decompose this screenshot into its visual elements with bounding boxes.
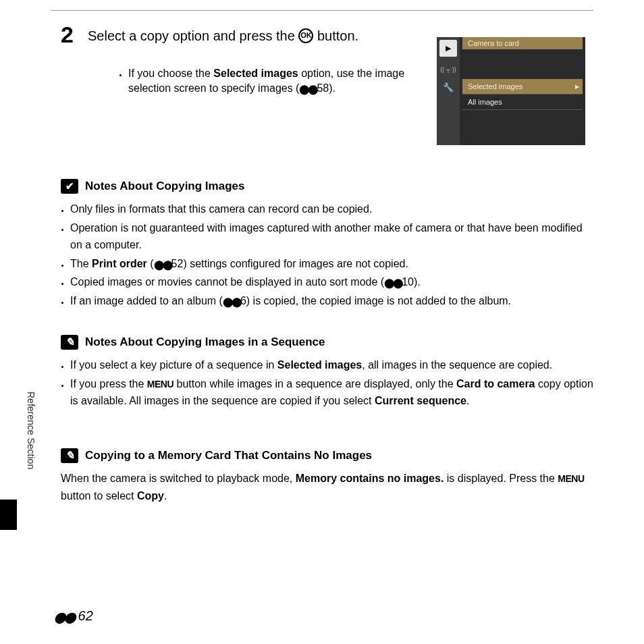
step-bullet-list: If you choose the Selected images option… [101, 66, 439, 97]
note-bullet: If an image added to an album (⬤⬤6) is c… [70, 292, 593, 310]
ref-icon: ⬤⬤ [223, 296, 240, 307]
note-heading: ✎ Notes About Copying Images in a Sequen… [61, 335, 593, 350]
note-heading: ✔ Notes About Copying Images [61, 179, 593, 194]
ok-button-icon: OK [298, 28, 313, 43]
notes-copying-sequence: ✎ Notes About Copying Images in a Sequen… [61, 335, 593, 411]
page-number: ⬤⬤ 62 [54, 608, 93, 624]
ref-icon: ⬤⬤ [154, 259, 171, 270]
note-bullet: Copied images or movies cannot be displa… [70, 273, 593, 291]
note-heading: ✎ Copying to a Memory Card That Contains… [61, 448, 593, 463]
step-bullet: If you choose the Selected images option… [128, 66, 439, 97]
notes-copying-images: ✔ Notes About Copying Images Only files … [61, 179, 593, 311]
step-number: 2 [61, 22, 74, 48]
menu-text-icon: MENU [147, 379, 173, 390]
playback-tab-icon: ▶ [439, 40, 457, 57]
camera-menu-item: All images [462, 95, 583, 110]
wireless-tab-icon: (( ┬ )) [437, 57, 460, 73]
note-bullet: Only files in formats that this camera c… [70, 200, 593, 218]
note-bullet: Operation is not guaranteed with images … [70, 219, 593, 254]
note-bullet: If you select a key picture of a sequenc… [70, 356, 593, 374]
section-tab [0, 500, 17, 530]
menu-text-icon: MENU [558, 473, 584, 484]
camera-menu-title: Camera to card [462, 37, 583, 49]
note-bullet: The Print order (⬤⬤52) settings configur… [70, 255, 593, 273]
camera-screenshot: ▶ (( ┬ )) 🔧 Camera to card Selected imag… [437, 37, 585, 145]
pencil-icon: ✎ [61, 448, 78, 463]
ref-icon: ⬤⬤ [384, 277, 402, 288]
note-bullet: If you press the MENU button while image… [70, 375, 593, 410]
camera-menu-item-selected: Selected images [462, 79, 583, 95]
notes-empty-card: ✎ Copying to a Memory Card That Contains… [61, 448, 593, 504]
ref-icon: ⬤⬤ [299, 84, 317, 95]
check-icon: ✔ [61, 179, 78, 194]
top-rule [51, 10, 593, 11]
camera-side-tabs: ▶ (( ┬ )) 🔧 [437, 37, 460, 145]
setup-tab-icon: 🔧 [437, 73, 460, 92]
step-title: Select a copy option and press the OK bu… [88, 28, 358, 45]
sidebar-section-label: Reference Section [26, 392, 36, 469]
pencil-icon: ✎ [61, 335, 78, 350]
note-paragraph: When the camera is switched to playback … [61, 470, 593, 504]
ref-icon: ⬤⬤ [54, 612, 74, 623]
